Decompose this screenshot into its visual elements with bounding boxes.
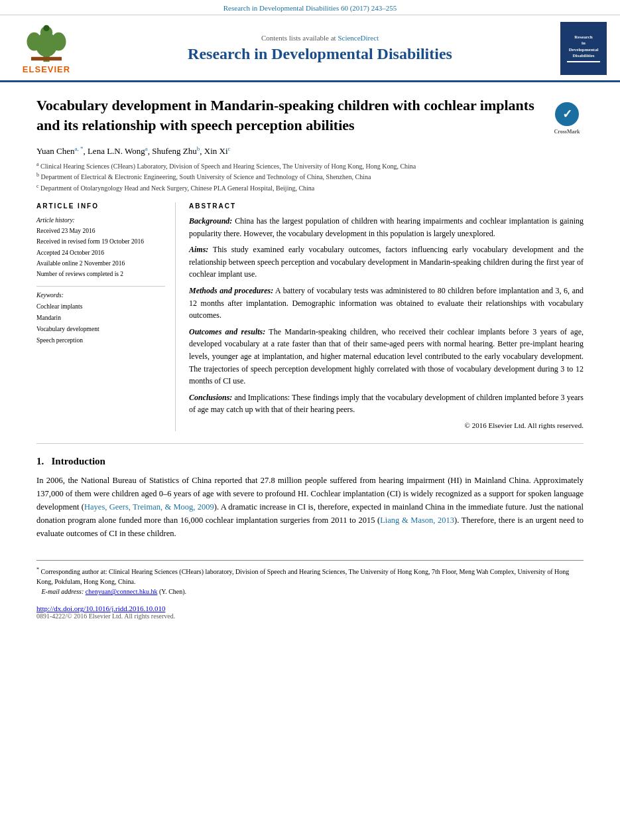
conclusions-text: and Implications: These findings imply t… (189, 393, 584, 415)
abstract-text: Background: China has the largest popula… (189, 215, 584, 431)
intro-paragraph: In 2006, the National Bureau of Statisti… (36, 474, 584, 540)
methods-label: Methods and procedures: (189, 286, 273, 295)
abstract-aims: Aims: This study examined early vocabula… (189, 244, 584, 281)
doi-link[interactable]: http://dx.doi.org/10.1016/j.ridd.2016.10… (36, 604, 165, 612)
conclusions-label: Conclusions: (189, 393, 232, 402)
intro-heading: 1. Introduction (36, 456, 584, 467)
email-link[interactable]: chenyuan@connect.hku.hk (86, 588, 158, 595)
keyword-2: Mandarin (36, 313, 165, 324)
article-history: Article history: Received 23 May 2016 Re… (36, 215, 165, 279)
ref-liang[interactable]: Liang & Mason, 2013 (380, 516, 454, 525)
svg-text:✓: ✓ (562, 107, 572, 121)
elsevier-brand-text: ELSEVIER (23, 64, 70, 74)
crossmark-icon: ✓ (554, 101, 580, 127)
info-divider (36, 286, 165, 287)
keyword-4: Speech perception (36, 335, 165, 346)
crossmark-block: ✓ CrossMark (550, 101, 584, 136)
journal-header: ELSEVIER Contents lists available at Sci… (0, 15, 620, 82)
author-3: Shufeng Zhub (152, 146, 200, 156)
elsevier-logo: ELSEVIER (13, 23, 80, 74)
svg-point-2 (27, 32, 41, 50)
authors-line: Yuan Chena, *, Lena L.N. Wonga, Shufeng … (36, 145, 584, 157)
sciencedirect-anchor[interactable]: ScienceDirect (338, 34, 379, 42)
author-2: Lena L.N. Wonga (88, 146, 148, 156)
article-info-col: ARTICLE INFO Article history: Received 2… (36, 202, 176, 431)
keywords-list: Cochlear implants Mandarin Vocabulary de… (36, 301, 165, 346)
article-info-heading: ARTICLE INFO (36, 202, 165, 210)
aims-text: This study examined early vocabulary out… (189, 245, 584, 279)
affiliation-c: c Department of Otolaryngology Head and … (36, 182, 584, 193)
available-date: Available online 2 November 2016 (36, 258, 165, 269)
article-title-block: Vocabulary development in Mandarin-speak… (36, 96, 584, 136)
keyword-1: Cochlear implants (36, 301, 165, 313)
abstract-outcomes: Outcomes and results: The Mandarin-speak… (189, 326, 584, 387)
accepted-date: Accepted 24 October 2016 (36, 247, 165, 258)
background-label: Background: (189, 216, 232, 226)
sciencedirect-link: Contents lists available at ScienceDirec… (86, 34, 554, 42)
keyword-3: Vocabulary development (36, 324, 165, 335)
author-1: Yuan Chena, * (36, 146, 83, 156)
received-date: Received 23 May 2016 (36, 226, 165, 236)
thumb-title-text: ResearchinDevelopmentalDisabilities (564, 35, 603, 58)
footnote-email: E-mail address: chenyuan@connect.hku.hk … (36, 587, 584, 596)
introduction-section: 1. Introduction In 2006, the National Bu… (36, 456, 584, 540)
abstract-background: Background: China has the largest popula… (189, 215, 584, 240)
section-separator (36, 443, 584, 444)
author-4: Xin Xic (204, 146, 231, 156)
affiliations-block: a Clinical Hearing Sciences (CHears) Lab… (36, 161, 584, 193)
ref-hayes[interactable]: Hayes, Geers, Treiman, & Moog, 2009 (84, 502, 214, 512)
journal-thumbnail: ResearchinDevelopmentalDisabilities (560, 22, 607, 75)
issn-line: 0891-4222/© 2016 Elsevier Ltd. All right… (36, 612, 584, 620)
affiliation-a: a Clinical Hearing Sciences (CHears) Lab… (36, 161, 584, 171)
abstract-heading: ABSTRACT (189, 202, 584, 210)
abstract-methods: Methods and procedures: A battery of voc… (189, 285, 584, 322)
svg-point-6 (43, 25, 49, 31)
abstract-col: ABSTRACT Background: China has the large… (189, 202, 584, 431)
footnote-star: * Corresponding author at: Clinical Hear… (36, 566, 584, 587)
journal-citation: Research in Developmental Disabilities 6… (223, 4, 397, 12)
top-bar: Research in Developmental Disabilities 6… (0, 0, 620, 15)
affiliation-b: b Department of Electrical & Electronic … (36, 171, 584, 182)
doi-line: http://dx.doi.org/10.1016/j.ridd.2016.10… (36, 604, 584, 612)
aims-label: Aims: (189, 245, 208, 254)
keywords-label: Keywords: (36, 292, 165, 299)
journal-name: Research in Developmental Disabilities (86, 44, 554, 64)
two-column-layout: ARTICLE INFO Article history: Received 2… (36, 202, 584, 431)
abstract-conclusions: Conclusions: and Implications: These fin… (189, 391, 584, 416)
copyright-text: © 2016 Elsevier Ltd. All rights reserved… (189, 420, 584, 431)
crossmark-label: CrossMark (554, 129, 580, 136)
outcomes-label: Outcomes and results: (189, 327, 265, 336)
history-label: Article history: (36, 215, 165, 226)
svg-rect-5 (31, 56, 62, 60)
footnote-section: * Corresponding author at: Clinical Hear… (36, 560, 584, 596)
article-title-text: Vocabulary development in Mandarin-speak… (36, 96, 550, 135)
journal-center: Contents lists available at ScienceDirec… (86, 34, 554, 64)
main-content: Vocabulary development in Mandarin-speak… (0, 82, 620, 633)
elsevier-tree-icon (20, 23, 73, 63)
background-text: China has the largest population of chil… (189, 216, 584, 238)
revised-date: Received in revised form 19 October 2016 (36, 236, 165, 247)
svg-point-3 (51, 32, 66, 50)
reviews-count: Number of reviews completed is 2 (36, 269, 165, 279)
